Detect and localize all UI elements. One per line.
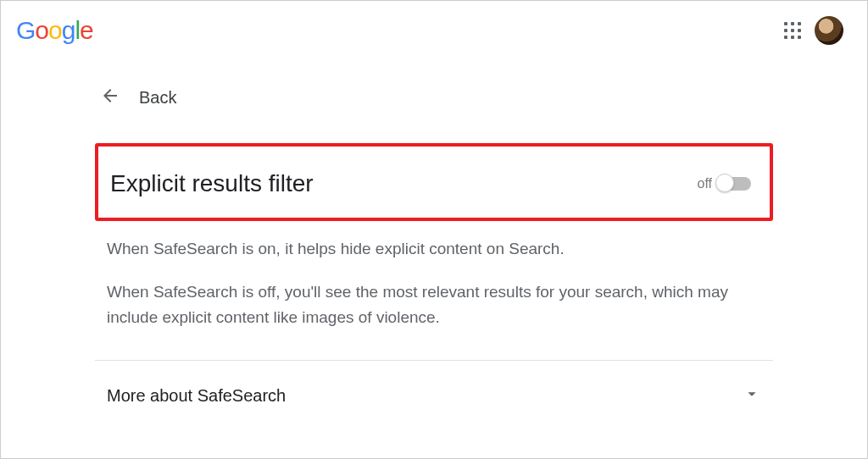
back-button[interactable]: Back <box>95 86 773 109</box>
safesearch-toggle[interactable] <box>717 177 751 191</box>
description-safesearch-on: When SafeSearch is on, it helps hide exp… <box>95 236 773 261</box>
description-safesearch-off: When SafeSearch is off, you'll see the m… <box>95 279 773 329</box>
header-right <box>784 16 843 45</box>
back-label: Back <box>139 88 176 108</box>
header: Google <box>1 1 867 60</box>
toggle-state-label: off <box>698 176 713 191</box>
main-content: Back Explicit results filter off When Sa… <box>86 86 782 406</box>
filter-title: Explicit results filter <box>110 170 314 197</box>
chevron-down-icon <box>743 384 761 406</box>
back-arrow-icon <box>100 86 120 109</box>
apps-grid-icon[interactable] <box>784 22 801 39</box>
google-logo[interactable]: Google <box>16 16 93 45</box>
more-about-safesearch-row[interactable]: More about SafeSearch <box>95 361 773 406</box>
toggle-knob <box>715 174 734 192</box>
avatar[interactable] <box>815 16 843 45</box>
explicit-results-filter-row: Explicit results filter off <box>95 143 773 221</box>
filter-toggle-wrap: off <box>698 176 752 191</box>
more-about-label: More about SafeSearch <box>107 386 286 406</box>
